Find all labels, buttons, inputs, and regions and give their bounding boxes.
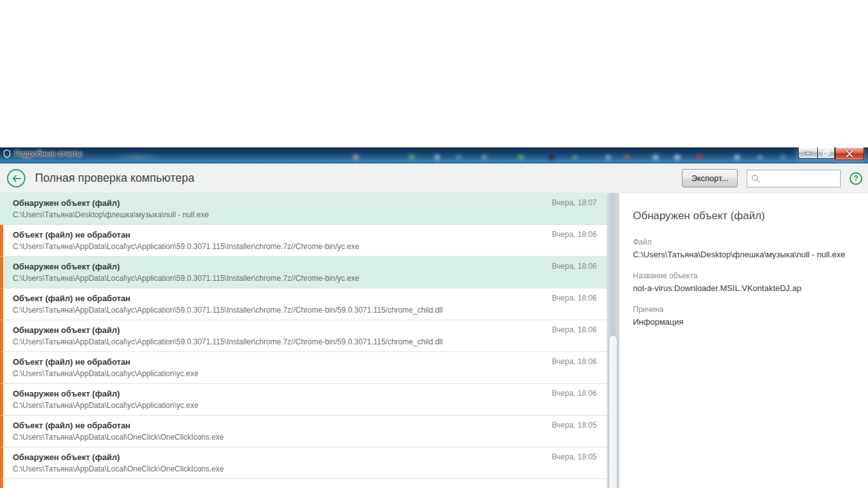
event-path: C:\Users\Татьяна\AppData\Local\yc\Applic… <box>13 369 597 379</box>
event-title: Объект (файл) не обработан <box>13 293 597 304</box>
search-box[interactable] <box>747 170 841 187</box>
event-row[interactable]: Обнаружен объект (файл) C:\Users\Татьяна… <box>0 384 607 416</box>
detail-object-group: Название объекта not-a-virus:Downloader.… <box>633 271 855 293</box>
event-row[interactable]: Объект (файл) не обработан C:\Users\Тать… <box>0 352 607 384</box>
detail-label: Причина <box>633 305 855 314</box>
event-path: C:\Users\Татьяна\AppData\Local\OneClick\… <box>13 432 597 442</box>
event-title: Объект (файл) не обработан <box>13 356 597 367</box>
event-time: Вчера, 18:06 <box>552 230 597 239</box>
event-row[interactable]: Обнаружен объект (файл) C:\Users\Татьяна… <box>0 257 607 288</box>
event-time: Вчера, 18:06 <box>552 294 597 302</box>
details-panel: Обнаружен объект (файл) Файл C:\Users\Та… <box>620 193 868 488</box>
minimize-button[interactable] <box>798 147 817 159</box>
report-header: Полная проверка компьютера Экспорт... ? <box>0 164 868 193</box>
event-row-partial[interactable] <box>0 479 607 488</box>
event-list: Обнаружен объект (файл) C:\Users\Татьяна… <box>0 193 607 488</box>
event-path: C:\Users\Татьяна\AppData\Local\OneClick\… <box>13 464 597 474</box>
restore-button[interactable] <box>817 147 835 159</box>
event-path: C:\Users\Татьяна\Desktop\флешка\музыка\n… <box>13 210 597 220</box>
export-button[interactable]: Экспорт... <box>682 169 738 187</box>
event-time: Вчера, 18:07 <box>552 198 597 207</box>
caption-buttons <box>798 147 864 160</box>
search-input[interactable] <box>763 173 836 183</box>
aero-glass-blur <box>0 147 868 163</box>
page-title: Полная проверка компьютера <box>35 172 194 185</box>
window-title: Подробные отчеты <box>15 149 82 158</box>
event-row[interactable]: Обнаружен объект (файл) C:\Users\Татьяна… <box>0 193 607 225</box>
scrollbar-track[interactable] <box>607 193 620 488</box>
event-row[interactable]: Объект (файл) не обработан C:\Users\Тать… <box>0 225 607 257</box>
blank-desktop-area <box>0 0 868 147</box>
report-content: Обнаружен объект (файл) C:\Users\Татьяна… <box>0 193 868 488</box>
event-path: C:\Users\Татьяна\AppData\Local\yc\Applic… <box>13 273 597 283</box>
event-row[interactable]: Обнаружен объект (файл) C:\Users\Татьяна… <box>0 320 607 352</box>
event-path: C:\Users\Татьяна\AppData\Local\yc\Applic… <box>13 305 597 315</box>
event-time: Вчера, 18:05 <box>552 421 597 430</box>
event-title: Обнаружен объект (файл) <box>13 198 597 208</box>
details-title: Обнаружен объект (файл) <box>633 210 855 222</box>
scrollbar-thumb[interactable] <box>609 335 618 488</box>
event-title: Объект (файл) не обработан <box>13 420 597 431</box>
event-row[interactable]: Объект (файл) не обработан C:\Users\Тать… <box>0 416 607 447</box>
close-button[interactable] <box>835 147 864 160</box>
detail-reason-group: Причина Информация <box>633 305 855 327</box>
event-row[interactable]: Обнаружен объект (файл) C:\Users\Татьяна… <box>0 447 607 479</box>
event-title: Обнаружен объект (файл) <box>13 261 597 272</box>
event-title: Обнаружен объект (файл) <box>13 452 597 463</box>
kaspersky-shield-icon <box>3 149 11 158</box>
back-button[interactable] <box>7 169 25 187</box>
event-row[interactable]: Объект (файл) не обработан C:\Users\Тать… <box>0 288 607 320</box>
event-path: C:\Users\Татьяна\AppData\Local\yc\Applic… <box>13 400 597 410</box>
event-time: Вчера, 18:06 <box>552 325 597 334</box>
event-path: C:\Users\Татьяна\AppData\Local\yc\Applic… <box>13 241 597 252</box>
event-time: Вчера, 18:06 <box>552 357 597 366</box>
search-icon <box>751 174 760 183</box>
detail-value: C:\Users\Татьяна\Desktop\флешка\музыка\n… <box>633 250 855 259</box>
reports-window: Подробные отчеты <box>0 147 868 488</box>
window-titlebar: Подробные отчеты <box>0 147 868 164</box>
detail-value: not-a-virus:Downloader.MSIL.VKontakteDJ.… <box>633 283 855 293</box>
help-icon[interactable]: ? <box>850 172 862 185</box>
detail-value: Информация <box>633 317 855 327</box>
event-time: Вчера, 18:06 <box>552 389 597 398</box>
event-title: Обнаружен объект (файл) <box>13 325 597 336</box>
event-time: Вчера, 18:05 <box>552 452 597 461</box>
detail-label: Название объекта <box>633 271 855 280</box>
event-time: Вчера, 18:06 <box>552 262 597 271</box>
detail-file-group: Файл C:\Users\Татьяна\Desktop\флешка\муз… <box>633 238 855 259</box>
event-title: Обнаружен объект (файл) <box>13 388 597 399</box>
event-path: C:\Users\Татьяна\AppData\Local\yc\Applic… <box>13 337 597 347</box>
detail-label: Файл <box>633 238 855 247</box>
event-title: Объект (файл) не обработан <box>13 229 597 240</box>
